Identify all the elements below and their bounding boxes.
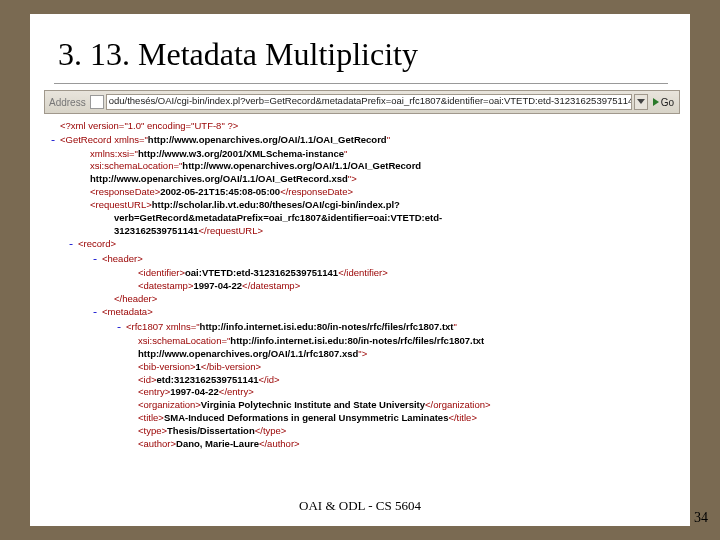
collapse-icon[interactable]: - <box>66 237 76 252</box>
record-open: -<record> <box>48 237 676 252</box>
identifier: <identifier>oai:VTETD:etd-31231625397511… <box>48 267 676 280</box>
request-url-1: <requestURL>http://scholar.lib.vt.edu:80… <box>48 199 676 212</box>
schema-loc-2: http://www.openarchives.org/OAI/1.1/OAI_… <box>48 173 676 186</box>
page-icon <box>90 95 104 109</box>
metadata-open: -<metadata> <box>48 305 676 320</box>
xml-source-view: <?xml version="1.0" encoding="UTF-8" ?> … <box>44 114 680 454</box>
page-number: 34 <box>694 510 708 526</box>
rfc-type: <type>Thesis/Dissertation</type> <box>48 425 676 438</box>
xmlns-xsi: xmlns:xsi="http://www.w3.org/2001/XMLSch… <box>48 148 676 161</box>
rfc-entry: <entry>1997-04-22</entry> <box>48 386 676 399</box>
url-input[interactable]: odu/thesés/OAI/cgi-bin/index.pl?verb=Get… <box>106 94 632 110</box>
collapse-icon[interactable]: - <box>48 133 58 148</box>
slide-title: 3. 13. Metadata Multiplicity <box>30 14 690 83</box>
browser-screenshot: Address odu/thesés/OAI/cgi-bin/index.pl?… <box>44 90 680 454</box>
go-label: Go <box>661 97 674 108</box>
address-label: Address <box>47 97 88 108</box>
datestamp: <datestamp>1997-04-22</datestamp> <box>48 280 676 293</box>
go-button[interactable]: Go <box>650 97 677 108</box>
header-close: </header> <box>48 293 676 306</box>
slide-footer: OAI & ODL - CS 5604 <box>30 498 690 514</box>
schema-loc-1: xsi:schemaLocation="http://www.openarchi… <box>48 160 676 173</box>
collapse-icon[interactable]: - <box>114 320 124 335</box>
go-arrow-icon <box>653 98 659 106</box>
bib-version: <bib-version>1</bib-version> <box>48 361 676 374</box>
rfc-title: <title>SMA-Induced Deformations in gener… <box>48 412 676 425</box>
rfc1807-open: -<rfc1807 xmlns="http://info.internet.is… <box>48 320 676 335</box>
slide-frame: 3. 13. Metadata Multiplicity Address odu… <box>30 14 690 526</box>
collapse-icon[interactable]: - <box>90 305 100 320</box>
response-date: <responseDate>2002-05-21T15:45:08-05:00<… <box>48 186 676 199</box>
getrecord-open: -<GetRecord xmlns="http://www.openarchiv… <box>48 133 676 148</box>
xml-pi: <?xml version="1.0" encoding="UTF-8" ?> <box>48 120 676 133</box>
rfc-author: <author>Dano, Marie-Laure</author> <box>48 438 676 451</box>
rfc-schema-loc-1: xsi:schemaLocation="http://info.internet… <box>48 335 676 348</box>
request-url-3: 3123162539751141</requestURL> <box>48 225 676 238</box>
rfc-schema-loc-2: http://www.openarchives.org/OAI/1.1/rfc1… <box>48 348 676 361</box>
rfc-id: <id>etd:3123162539751141</id> <box>48 374 676 387</box>
url-dropdown-icon[interactable] <box>634 94 648 110</box>
header-open: -<header> <box>48 252 676 267</box>
title-divider <box>54 83 668 84</box>
address-bar: Address odu/thesés/OAI/cgi-bin/index.pl?… <box>44 90 680 114</box>
request-url-2: verb=GetRecord&metadataPrefix=oai_rfc180… <box>48 212 676 225</box>
rfc-organization: <organization>Virginia Polytechnic Insti… <box>48 399 676 412</box>
collapse-icon[interactable]: - <box>90 252 100 267</box>
